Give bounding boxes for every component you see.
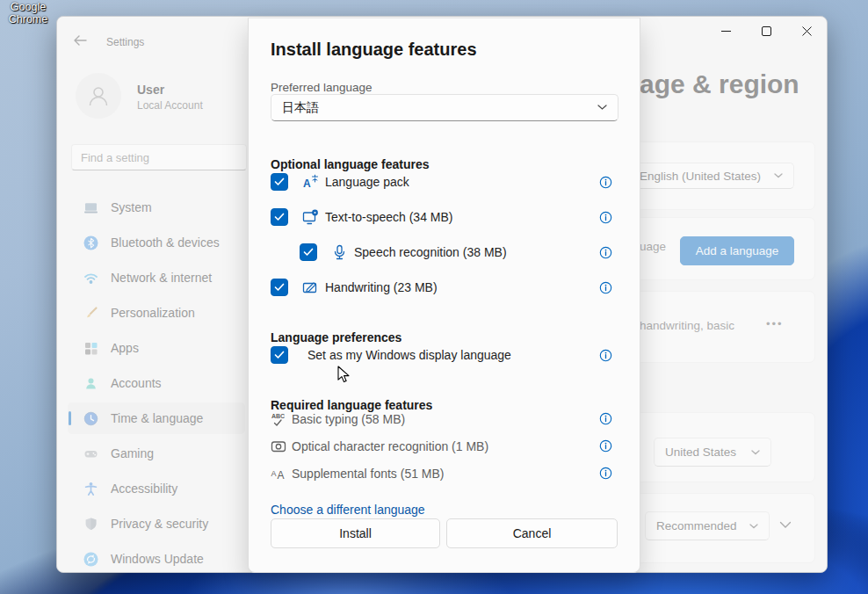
info-icon[interactable] [599,349,612,362]
mouse-cursor [337,366,351,384]
svg-text:ABC: ABC [271,413,285,419]
language-preferences-header: Language preferences [271,330,401,344]
minimize-icon [721,26,731,36]
svg-text:A: A [278,469,285,482]
install-button[interactable]: Install [271,518,440,548]
handwriting-label: Handwriting (23 MB) [325,280,438,294]
optional-features-header: Optional language features [271,157,429,171]
supplemental-fonts-row: AA Supplemental fonts (51 MB) [271,465,445,482]
check-icon [274,283,285,292]
check-icon [274,213,285,221]
close-button[interactable] [786,17,827,45]
basic-typing-icon: ABC [271,411,286,427]
handwriting-icon [302,279,319,296]
display-language-checkbox[interactable] [271,346,288,364]
text-to-speech-icon [302,209,319,226]
language-pack-row: A Language pack [271,172,409,192]
preferred-language-combobox[interactable]: 日本語 [271,94,618,121]
speech-recognition-label: Speech recognition (38 MB) [354,245,507,259]
info-icon[interactable] [599,246,612,259]
info-icon[interactable] [599,211,612,224]
close-icon [802,26,812,36]
preferred-language-label: Preferred language [271,81,373,94]
check-icon [274,177,285,186]
desktop: Google Chrome Settings User Local Accoun… [0,0,868,594]
choose-different-language-link[interactable]: Choose a different language [271,503,425,517]
text-to-speech-label: Text-to-speech (34 MB) [325,210,453,224]
maximize-button[interactable] [746,17,786,45]
speech-recognition-checkbox[interactable] [300,243,317,261]
svg-text:A: A [271,469,277,478]
text-to-speech-checkbox[interactable] [271,208,288,226]
handwriting-checkbox[interactable] [271,279,288,296]
ocr-row: Optical character recognition (1 MB) [271,438,488,455]
info-icon[interactable] [599,412,612,425]
maximize-icon [762,26,771,36]
check-icon [274,351,285,359]
info-icon[interactable] [599,467,612,480]
cancel-button[interactable]: Cancel [446,518,618,548]
display-language-row: Set as my Windows display language [271,345,511,365]
check-icon [303,248,314,257]
speech-recognition-row: Speech recognition (38 MB) [300,243,507,262]
install-language-features-dialog: Install language features Preferred lang… [248,18,640,573]
microphone-icon [331,244,348,261]
text-to-speech-row: Text-to-speech (34 MB) [271,207,453,227]
display-language-label: Set as my Windows display language [307,348,511,362]
ocr-label: Optical character recognition (1 MB) [292,439,488,453]
preferred-language-value: 日本語 [282,100,319,116]
info-icon[interactable] [599,176,612,189]
language-pack-checkbox[interactable] [271,173,288,191]
dialog-title: Install language features [271,40,477,60]
caption-buttons [705,17,827,45]
handwriting-row: Handwriting (23 MB) [271,278,438,297]
basic-typing-label: Basic typing (58 MB) [292,412,405,426]
minimize-button[interactable] [705,17,746,45]
basic-typing-row: ABC Basic typing (58 MB) [271,410,405,428]
info-icon[interactable] [599,281,612,294]
ocr-icon [271,438,286,454]
fonts-icon: AA [271,466,286,482]
language-pack-label: Language pack [325,175,409,189]
svg-text:A: A [303,177,311,190]
language-pack-icon: A [302,174,319,191]
info-icon[interactable] [599,439,612,453]
chrome-shortcut-label[interactable]: Google Chrome [4,1,53,26]
supplemental-fonts-label: Supplemental fonts (51 MB) [292,467,445,481]
chevron-down-icon [597,105,607,111]
